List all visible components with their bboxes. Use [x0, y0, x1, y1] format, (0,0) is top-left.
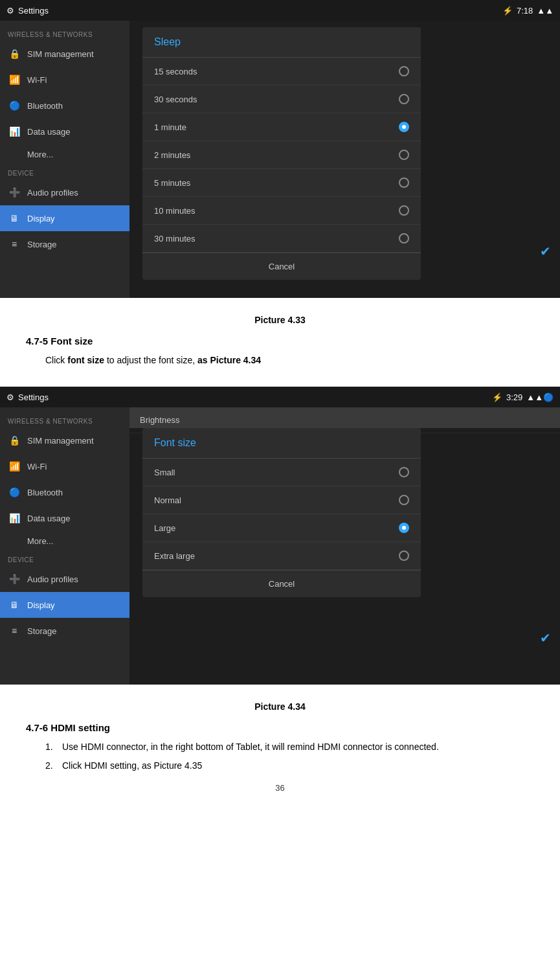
font-size-bold: font size — [67, 355, 104, 365]
doc-section-1: Picture 4.33 4.7-5 Font size Click font … — [0, 298, 560, 387]
option-label-2m: 2 minutes — [154, 150, 190, 160]
sidebar-item-storage-1[interactable]: ≡ Storage — [0, 231, 129, 257]
main-content-2: Brightness Font size Small Normal Large — [129, 407, 560, 685]
section-text-1: Click font size to adjust the font size,… — [45, 353, 534, 367]
list-item-1: 1. Use HDMI connector, in the right bott… — [45, 740, 534, 754]
wifi-label-1: Wi-Fi — [27, 75, 47, 85]
sidebar-2: WIRELESS & NETWORKS 🔒 SIM management 📶 W… — [0, 407, 129, 685]
audio-icon-2: ➕ — [8, 573, 21, 585]
list-text-2: Click HDMI setting, as Picture 4.35 — [62, 758, 202, 773]
dialog-option-5m[interactable]: 5 minutes — [142, 169, 421, 197]
usb-icon-2: ⚡ — [492, 392, 502, 402]
screenshot1: ⚙ Settings ⚡ 7:18 ▲▲ WIRELESS & NETWORKS… — [0, 0, 560, 298]
dialog-option-15s[interactable]: 15 seconds — [142, 58, 421, 85]
radio-1m[interactable] — [399, 122, 409, 132]
dialog-option-2m[interactable]: 2 minutes — [142, 141, 421, 169]
radio-15s[interactable] — [399, 66, 409, 76]
radio-30m[interactable] — [399, 233, 409, 244]
option-label-30s: 30 seconds — [154, 95, 197, 104]
sidebar-item-data-2[interactable]: 📊 Data usage — [0, 505, 129, 531]
bluetooth-label-2: Bluetooth — [27, 488, 63, 497]
status-bar-left-2: ⚙ Settings — [6, 392, 49, 402]
bluetooth-icon-2: 🔵 — [8, 486, 21, 499]
sidebar-item-audio-1[interactable]: ➕ Audio profiles — [0, 179, 129, 205]
radio-small[interactable] — [399, 467, 409, 477]
display-label-2: Display — [27, 600, 55, 610]
wifi-icon-2: 📶 — [8, 460, 21, 473]
sidebar-item-display-2[interactable]: 🖥 Display — [0, 592, 129, 618]
dialog-option-30s[interactable]: 30 seconds — [142, 85, 421, 113]
list-text-1: Use HDMI connector, in the right bottom … — [62, 740, 439, 754]
dialog-box-fontsize: Font size Small Normal Large Extra l — [142, 428, 421, 597]
list-num-2: 2. — [45, 758, 57, 773]
status-bar-right-2: ⚡ 3:29 ▲▲🔵 — [492, 392, 554, 402]
page-number: 36 — [26, 783, 534, 793]
settings-icon-2: ⚙ — [6, 392, 14, 402]
usb-icon-1: ⚡ — [502, 6, 513, 16]
dialog-option-xlarge[interactable]: Extra large — [142, 542, 421, 570]
data-icon-1: 📊 — [8, 125, 21, 138]
display-icon-2: 🖥 — [8, 598, 21, 611]
display-label-1: Display — [27, 214, 55, 223]
sidebar-item-bluetooth-1[interactable]: 🔵 Bluetooth — [0, 93, 129, 119]
dialog-option-small[interactable]: Small — [142, 459, 421, 486]
sidebar-item-wifi-1[interactable]: 📶 Wi-Fi — [0, 67, 129, 93]
radio-5m[interactable] — [399, 177, 409, 188]
sim-label-2: SIM management — [27, 436, 94, 446]
dialog-title-fontsize: Font size — [142, 428, 421, 459]
caption-2: Picture 4.34 — [26, 701, 534, 712]
sidebar-item-display-1[interactable]: 🖥 Display — [0, 205, 129, 231]
sidebar-item-wifi-2[interactable]: 📶 Wi-Fi — [0, 453, 129, 479]
storage-label-1: Storage — [27, 240, 57, 249]
radio-10m[interactable] — [399, 205, 409, 216]
radio-normal[interactable] — [399, 495, 409, 505]
status-bar-left-1: ⚙ Settings — [6, 6, 49, 16]
sidebar-item-storage-2[interactable]: ≡ Storage — [0, 618, 129, 644]
dialog-cancel-sleep[interactable]: Cancel — [142, 253, 421, 280]
display-icon-1: 🖥 — [8, 212, 21, 225]
main-content-1: Sleep 15 seconds 30 seconds 1 minute — [129, 21, 560, 298]
dialog-cancel-fontsize[interactable]: Cancel — [142, 570, 421, 597]
audio-icon-1: ➕ — [8, 186, 21, 199]
sidebar-item-more-2[interactable]: More... — [0, 531, 129, 551]
data-icon-2: 📊 — [8, 512, 21, 525]
option-label-15s: 15 seconds — [154, 67, 197, 76]
storage-label-2: Storage — [27, 626, 57, 636]
doc-section-2: Picture 4.34 4.7-6 HDMI setting 1. Use H… — [0, 685, 560, 813]
settings-screen-1: WIRELESS & NETWORKS 🔒 SIM management 📶 W… — [0, 21, 560, 298]
dialog-option-10m[interactable]: 10 minutes — [142, 197, 421, 225]
dialog-option-large[interactable]: Large — [142, 514, 421, 542]
signal-icon-2: ▲▲🔵 — [526, 392, 554, 402]
sidebar-item-more-1[interactable]: More... — [0, 144, 129, 165]
sidebar-item-bluetooth-2[interactable]: 🔵 Bluetooth — [0, 479, 129, 505]
wireless-label-1: WIRELESS & NETWORKS — [0, 26, 129, 41]
screenshot2: ⚙ Settings ⚡ 3:29 ▲▲🔵 WIRELESS & NETWORK… — [0, 387, 560, 685]
option-label-5m: 5 minutes — [154, 178, 190, 188]
radio-30s[interactable] — [399, 94, 409, 104]
settings-icon-1: ⚙ — [6, 6, 14, 16]
dialog-title-sleep: Sleep — [142, 27, 421, 58]
audio-label-2: Audio profiles — [27, 574, 78, 584]
data-label-2: Data usage — [27, 514, 71, 523]
sidebar-item-audio-2[interactable]: ➕ Audio profiles — [0, 566, 129, 592]
dialog-option-normal[interactable]: Normal — [142, 486, 421, 514]
radio-2m[interactable] — [399, 150, 409, 160]
sidebar-item-sim-1[interactable]: 🔒 SIM management — [0, 41, 129, 67]
dialog-option-30m[interactable]: 30 minutes — [142, 225, 421, 253]
option-label-1m: 1 minute — [154, 122, 186, 132]
sim-icon-2: 🔒 — [8, 434, 21, 447]
status-bar-right-1: ⚡ 7:18 ▲▲ — [502, 6, 554, 16]
sidebar-1: WIRELESS & NETWORKS 🔒 SIM management 📶 W… — [0, 21, 129, 298]
time-2: 3:29 — [506, 392, 522, 402]
time-1: 7:18 — [517, 6, 533, 16]
dialog-option-1m[interactable]: 1 minute — [142, 113, 421, 141]
settings-screen-2: WIRELESS & NETWORKS 🔒 SIM management 📶 W… — [0, 407, 560, 685]
radio-large[interactable] — [399, 523, 409, 533]
checkmark-2: ✔ — [540, 630, 551, 646]
sidebar-item-sim-2[interactable]: 🔒 SIM management — [0, 427, 129, 453]
list-num-1: 1. — [45, 740, 57, 754]
radio-xlarge[interactable] — [399, 551, 409, 561]
sidebar-item-data-1[interactable]: 📊 Data usage — [0, 119, 129, 144]
section-heading-1: 4.7-5 Font size — [26, 335, 534, 346]
status-bar-2: ⚙ Settings ⚡ 3:29 ▲▲🔵 — [0, 387, 560, 407]
